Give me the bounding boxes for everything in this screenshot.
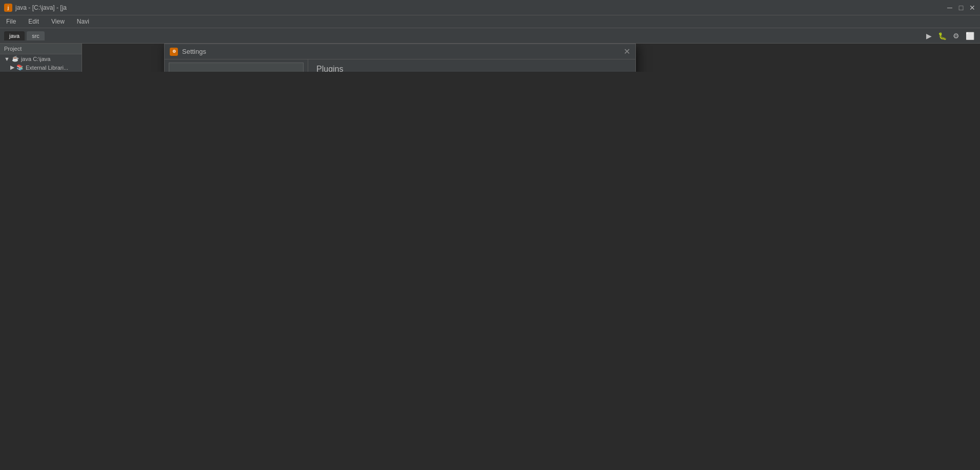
menu-navi[interactable]: Navi xyxy=(75,17,91,26)
menu-file[interactable]: File xyxy=(4,17,18,26)
project-tree-ext[interactable]: ▶📚External Librari... xyxy=(0,63,82,72)
project-panel: Project ▼☕java C:\java ▶📚External Librar… xyxy=(0,44,82,72)
ide-title: java - [C:\java] - [ja xyxy=(15,4,67,11)
menubar: File Edit View Navi xyxy=(0,15,980,28)
title-bar-controls: ─ □ ✕ xyxy=(946,0,976,15)
settings-body: ▼ Appearance & Behavior Appearance Menus… xyxy=(165,59,635,72)
run-icon[interactable]: ▶ xyxy=(925,31,933,41)
settings-titlebar: ⚙ Settings ✕ xyxy=(165,44,635,59)
build-icon[interactable]: ⚙ xyxy=(951,31,961,41)
ide-toolbar: java src ▶ 🐛 ⚙ ⬜ xyxy=(0,28,980,44)
tab-src[interactable]: src xyxy=(27,31,45,40)
settings-icon: ⚙ xyxy=(170,48,178,56)
project-header: Project xyxy=(0,44,82,54)
ide-icon: j xyxy=(4,4,12,12)
settings-search-container xyxy=(165,59,308,72)
settings-sidebar: ▼ Appearance & Behavior Appearance Menus… xyxy=(165,59,308,72)
maximize-button[interactable]: □ xyxy=(957,4,965,11)
project-tree-java[interactable]: ▼☕java C:\java xyxy=(0,54,82,63)
settings-content: Plugins Show: All plugins ▾ Sort xyxy=(308,59,635,72)
tab-java[interactable]: java xyxy=(4,31,25,40)
settings-title: Settings xyxy=(182,48,619,55)
debug-icon[interactable]: 🐛 xyxy=(936,31,948,41)
ide-title-bar: j java - [C:\java] - [ja ─ □ ✕ xyxy=(0,0,980,15)
settings-dialog: ⚙ Settings ✕ ▼ Appearance & Beh xyxy=(164,44,636,72)
ide-main: Project ▼☕java C:\java ▶📚External Librar… xyxy=(0,44,980,72)
menu-edit[interactable]: Edit xyxy=(26,17,41,26)
menu-view[interactable]: View xyxy=(49,17,67,26)
layout-icon[interactable]: ⬜ xyxy=(964,31,976,41)
close-button[interactable]: ✕ xyxy=(969,4,976,11)
minimize-button[interactable]: ─ xyxy=(946,4,953,11)
settings-search-input[interactable] xyxy=(169,63,304,72)
settings-close-button[interactable]: ✕ xyxy=(624,47,630,56)
plugins-header: Plugins xyxy=(308,59,635,72)
